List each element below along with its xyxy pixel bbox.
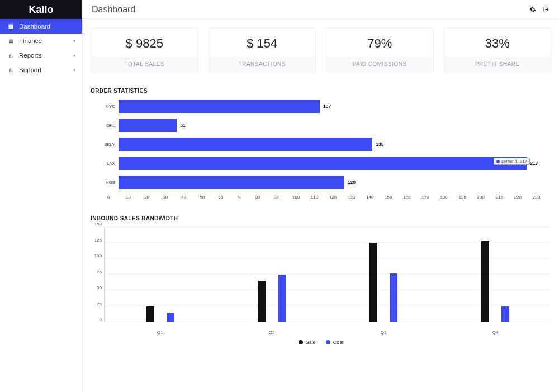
stat-value: 79%: [326, 29, 433, 56]
xaxis-tick: 0: [107, 195, 126, 200]
chevron-down-icon: ▾: [73, 39, 75, 44]
legend-sale: Sale: [299, 339, 316, 345]
sidebar-item-label: Finance: [19, 37, 73, 44]
tooltip-text: series-1: 217: [501, 159, 527, 164]
sidebar-item-reports[interactable]: Reports▾: [0, 48, 82, 63]
xaxis-tick: 210: [496, 195, 514, 200]
hbar-row: NYC107: [102, 100, 551, 113]
stat-card: 79%PAID COMISSIONS: [326, 28, 434, 72]
xaxis-tick: Q1: [104, 328, 216, 335]
xaxis-tick: 50: [200, 195, 218, 200]
section-title-order-stats: ORDER STATISTICS: [91, 88, 551, 94]
sidebar-item-label: Reports: [19, 52, 73, 59]
vbar-group: [439, 227, 551, 322]
xaxis-tick: 230: [533, 195, 551, 200]
xaxis-tick: 160: [403, 195, 421, 200]
topbar: Dashboard: [83, 0, 559, 19]
hbar-value: 120: [348, 180, 356, 185]
hbar: [119, 100, 320, 113]
xaxis-tick: Q3: [328, 328, 439, 335]
xaxis-tick: 140: [366, 195, 385, 200]
xaxis-tick: 100: [292, 195, 311, 200]
stat-value: 33%: [444, 29, 551, 56]
vbar-cost: [501, 306, 509, 322]
legend-label-sale: Sale: [306, 339, 316, 345]
yaxis-tick: 50: [91, 285, 102, 290]
legend-swatch-sale: [299, 340, 303, 344]
vbar-group: [105, 227, 216, 322]
xaxis-tick: 90: [274, 195, 292, 200]
stat-value: $ 9825: [91, 29, 198, 56]
inbound-chart: 1501251007550250: [91, 227, 551, 328]
xaxis-tick: 40: [181, 195, 200, 200]
xaxis-tick: 190: [458, 195, 477, 200]
hbar-track: 31: [119, 119, 551, 132]
vbar-cost: [167, 313, 174, 322]
vbar-group: [216, 227, 328, 322]
xaxis-tick: Q2: [216, 328, 328, 335]
inbound-plot: [104, 227, 551, 322]
yaxis-tick: 75: [91, 270, 102, 275]
vbar-sale: [481, 241, 489, 322]
tooltip-dot-icon: [496, 160, 500, 163]
dashboard-icon: [7, 23, 15, 30]
xaxis-tick: 220: [514, 195, 533, 200]
vbar-group: [328, 227, 440, 322]
xaxis-tick: Q4: [439, 328, 551, 335]
stat-value: $ 154: [209, 29, 316, 56]
logout-icon[interactable]: [542, 6, 550, 13]
inbound-legend: Sale Cost: [91, 339, 551, 345]
support-icon: [7, 67, 15, 73]
hbar-track: series-1: 217217: [119, 157, 551, 170]
inbound-xaxis: Q1Q2Q3Q4: [104, 328, 551, 335]
sidebar-item-dashboard[interactable]: Dashboard: [0, 19, 82, 34]
hbar-category: LAX: [102, 161, 115, 166]
settings-icon[interactable]: [529, 6, 537, 13]
xaxis-tick: 200: [477, 195, 496, 200]
stat-card: $ 9825TOTAL SALES: [91, 28, 198, 72]
stat-label: PROFIT SHARE: [444, 56, 551, 72]
stat-label: TRANSACTIONS: [209, 56, 316, 72]
stat-label: PAID COMISSIONS: [326, 56, 433, 72]
xaxis-tick: 150: [385, 195, 403, 200]
yaxis-tick: 100: [91, 253, 102, 258]
sidebar-item-support[interactable]: Support▾: [0, 63, 82, 77]
hbar: [119, 119, 177, 132]
hbar-row: BKLY135: [102, 138, 551, 151]
stat-cards: $ 9825TOTAL SALES$ 154TRANSACTIONS79%PAI…: [91, 28, 551, 72]
sidebar-item-finance[interactable]: Finance▾: [0, 34, 82, 48]
xaxis-tick: 60: [218, 195, 236, 200]
chevron-down-icon: ▾: [73, 53, 75, 58]
yaxis-tick: 25: [91, 301, 102, 306]
chevron-down-icon: ▾: [73, 68, 75, 73]
stat-card: 33%PROFIT SHARE: [444, 28, 552, 72]
xaxis-tick: 180: [440, 195, 458, 200]
hbar-row: LAXseries-1: 217217: [102, 157, 551, 170]
xaxis-tick: 110: [311, 195, 329, 200]
xaxis-tick: 170: [421, 195, 440, 200]
main: Dashboard $ 9825TOTAL SALES$ 154TRANSACT…: [83, 0, 559, 392]
order-statistics-chart: NYC107OKL31BKLY135LAXseries-1: 217217VGS…: [91, 100, 551, 189]
hbar-value: 135: [376, 141, 383, 147]
xaxis-tick: 70: [237, 195, 255, 200]
hbar-track: 135: [119, 138, 551, 151]
xaxis-tick: 130: [348, 195, 366, 200]
hbar-row: VGS120: [102, 176, 551, 189]
hbar-value: 31: [180, 122, 185, 128]
hbar-category: OKL: [102, 123, 115, 128]
yaxis-tick: 150: [91, 221, 102, 226]
hbar-category: NYC: [102, 104, 115, 109]
hbar-row: OKL31: [102, 119, 551, 132]
vbar-sale: [146, 306, 154, 322]
content: $ 9825TOTAL SALES$ 154TRANSACTIONS79%PAI…: [83, 19, 559, 351]
legend-cost: Cost: [326, 339, 344, 345]
section-title-inbound: INBOUND SALES BANDWIDTH: [91, 215, 551, 221]
legend-swatch-cost: [326, 340, 330, 344]
sidebar-menu: DashboardFinance▾Reports▾Support▾: [0, 19, 82, 77]
sidebar: Kailo DashboardFinance▾Reports▾Support▾: [0, 0, 83, 392]
yaxis-tick: 125: [91, 238, 102, 243]
hbar-track: 107: [119, 100, 551, 113]
hbar: [119, 176, 344, 189]
hbar: [119, 138, 372, 151]
order-statistics-xaxis: 0102030405060708090100110120130140150160…: [107, 195, 551, 200]
